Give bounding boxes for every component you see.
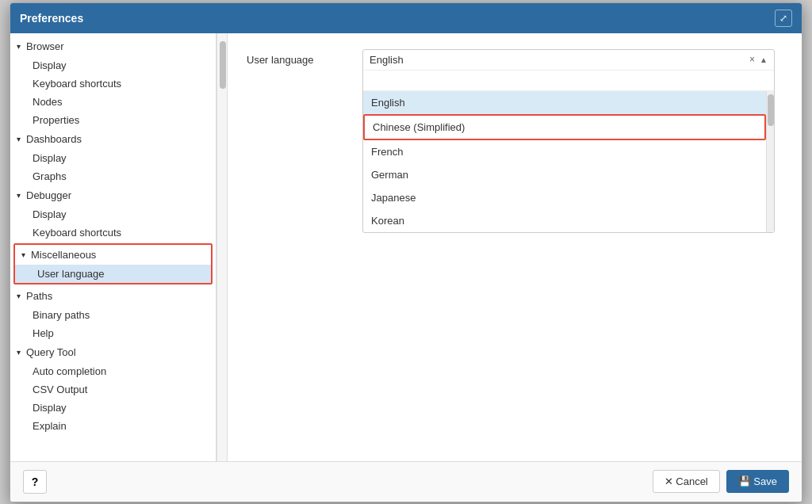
cancel-button[interactable]: ✕ Cancel xyxy=(653,470,720,493)
language-option-chinese[interactable]: Chinese (Simplified) xyxy=(363,114,766,140)
select-clear-button[interactable]: × xyxy=(749,54,755,65)
scrollbar-thumb xyxy=(220,41,226,89)
field-row-language: User language English × ▲ xyxy=(247,49,783,233)
sidebar-item-help[interactable]: Help xyxy=(10,324,216,342)
sidebar-item-properties[interactable]: Properties xyxy=(10,111,216,129)
select-controls: × ▲ xyxy=(749,54,768,65)
sidebar-group-dashboards[interactable]: ▾ Dashboards xyxy=(10,129,216,149)
sidebar-group-querytool[interactable]: ▾ Query Tool xyxy=(10,342,216,362)
sidebar-scrollbar[interactable] xyxy=(216,33,228,461)
sidebar: ▾ Browser Display Keyboard shortcuts Nod… xyxy=(10,33,216,461)
sidebar-group-label: Browser xyxy=(26,40,64,52)
sidebar-item-keyboard-shortcuts[interactable]: Keyboard shortcuts xyxy=(10,74,216,93)
select-header: English × ▲ xyxy=(363,50,774,71)
select-arrow-icon[interactable]: ▲ xyxy=(760,55,768,64)
sidebar-group-label: Miscellaneous xyxy=(31,249,96,261)
dialog-footer: ? ✕ Cancel 💾 Save xyxy=(10,461,802,502)
help-button[interactable]: ? xyxy=(23,470,47,494)
sidebar-group-label: Paths xyxy=(26,290,52,302)
sidebar-item-nodes[interactable]: Nodes xyxy=(10,93,216,111)
language-option-french[interactable]: French xyxy=(363,140,766,163)
expand-button[interactable]: ⤢ xyxy=(775,10,792,27)
sidebar-item-csv-output[interactable]: CSV Output xyxy=(10,380,216,399)
dialog-header: Preferences ⤢ xyxy=(10,3,802,33)
chevron-down-icon: ▾ xyxy=(17,42,21,51)
sidebar-group-label: Query Tool xyxy=(26,346,76,358)
dialog-title: Preferences xyxy=(20,12,83,25)
sidebar-group-label: Debugger xyxy=(26,189,71,201)
language-select-box[interactable]: English × ▲ English Chin xyxy=(362,49,775,233)
language-search-input[interactable] xyxy=(363,71,774,91)
dropdown-items: English Chinese (Simplified) French Germ… xyxy=(363,91,766,232)
field-label-language: User language xyxy=(247,49,350,66)
preferences-dialog: Preferences ⤢ ▾ Browser Display Keyboard… xyxy=(10,2,802,502)
dropdown-container: English Chinese (Simplified) French Germ… xyxy=(363,91,774,232)
content-area: User language English × ▲ xyxy=(228,33,802,461)
sidebar-item-explain[interactable]: Explain xyxy=(10,417,216,435)
sidebar-item-binary-paths[interactable]: Binary paths xyxy=(10,306,216,324)
chevron-down-icon: ▾ xyxy=(21,250,25,259)
chevron-down-icon: ▾ xyxy=(17,348,21,357)
chevron-down-icon: ▾ xyxy=(17,135,21,143)
language-select-control: English × ▲ English Chin xyxy=(362,49,775,233)
sidebar-item-auto-completion[interactable]: Auto completion xyxy=(10,362,216,380)
sidebar-group-debugger[interactable]: ▾ Debugger xyxy=(10,185,216,205)
sidebar-item-user-language[interactable]: User language xyxy=(15,265,211,283)
chevron-down-icon: ▾ xyxy=(17,191,21,200)
language-option-german[interactable]: German xyxy=(363,163,766,186)
language-option-english[interactable]: English xyxy=(363,91,766,114)
sidebar-item-browser-display[interactable]: Display xyxy=(10,56,216,74)
footer-buttons: ✕ Cancel 💾 Save xyxy=(653,470,789,493)
miscellaneous-outlined-group: ▾ Miscellaneous User language xyxy=(13,243,213,284)
select-current-value: English xyxy=(370,54,749,66)
dropdown-scrollbar[interactable] xyxy=(766,91,774,232)
sidebar-group-miscellaneous[interactable]: ▾ Miscellaneous xyxy=(15,245,211,265)
sidebar-group-paths[interactable]: ▾ Paths xyxy=(10,286,216,306)
sidebar-item-debugger-display[interactable]: Display xyxy=(10,205,216,223)
sidebar-item-graphs[interactable]: Graphs xyxy=(10,167,216,185)
sidebar-group-label: Dashboards xyxy=(26,133,82,145)
chevron-down-icon: ▾ xyxy=(17,292,21,300)
sidebar-item-dashboards-display[interactable]: Display xyxy=(10,149,216,167)
sidebar-item-querytool-display[interactable]: Display xyxy=(10,399,216,417)
sidebar-item-debugger-shortcuts[interactable]: Keyboard shortcuts xyxy=(10,223,216,242)
language-option-japanese[interactable]: Japanese xyxy=(363,186,766,209)
sidebar-group-browser[interactable]: ▾ Browser xyxy=(10,36,216,56)
save-button[interactable]: 💾 Save xyxy=(726,470,789,493)
language-option-korean[interactable]: Korean xyxy=(363,209,766,232)
dropdown-scroll-thumb xyxy=(768,94,774,126)
dialog-body: ▾ Browser Display Keyboard shortcuts Nod… xyxy=(10,33,802,461)
